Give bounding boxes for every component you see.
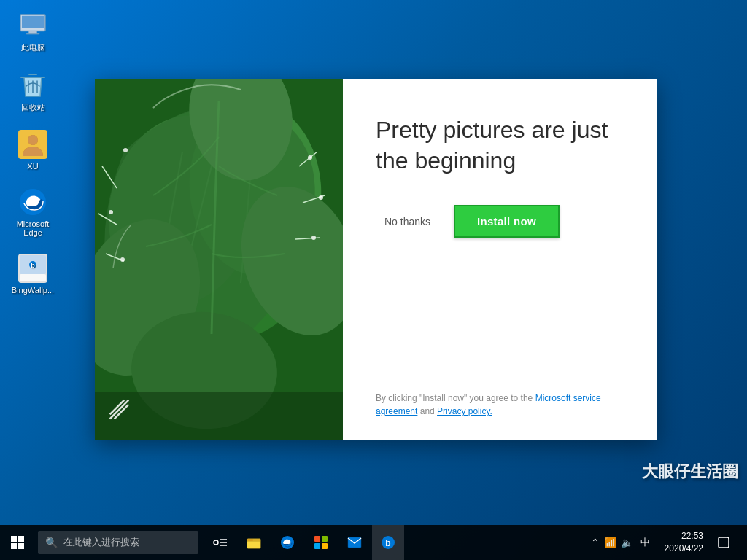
clock-time: 22:53	[681, 530, 703, 542]
store-icon	[314, 535, 328, 550]
desktop-icons: 此电脑 回收站	[7, 7, 58, 298]
svg-rect-2	[28, 31, 36, 33]
dialog-footer: By clicking "Install now" you agree to t…	[376, 392, 624, 418]
tray-overflow-icon[interactable]: ⌃	[591, 537, 600, 548]
cactus-svg	[95, 79, 343, 440]
mail-button[interactable]	[338, 525, 371, 560]
mail-icon	[347, 537, 362, 548]
user-icon	[18, 130, 47, 159]
store-button[interactable]	[305, 525, 337, 560]
svg-point-6	[28, 135, 38, 145]
dialog-actions: No thanks Install now	[376, 205, 624, 238]
notification-icon	[718, 537, 729, 548]
desktop-icon-edge[interactable]: Microsoft Edge	[7, 184, 58, 240]
desktop-icon-user[interactable]: XU	[7, 127, 58, 174]
input-method-indicator[interactable]: 中	[638, 536, 653, 549]
svg-rect-1	[22, 16, 44, 28]
desktop: 此电脑 回收站	[0, 0, 747, 525]
taskbar: 🔍 在此键入进行搜索	[0, 525, 747, 560]
svg-rect-43	[322, 543, 328, 549]
svg-rect-42	[314, 543, 320, 549]
taskbar-quick-launch: b	[204, 525, 404, 560]
bing-wallpaper-icon: b	[18, 254, 47, 283]
bing-wallpaper-taskbar-icon: b	[381, 535, 395, 550]
taskbar-search[interactable]: 🔍 在此键入进行搜索	[38, 531, 198, 554]
notification-button[interactable]	[709, 525, 738, 560]
recycle-bin-label: 回收站	[21, 102, 45, 113]
bing-wallpaper-taskbar-button[interactable]: b	[372, 525, 404, 560]
watermark: 大眼仔生活圈	[642, 461, 738, 483]
search-icon: 🔍	[45, 537, 58, 548]
user-label: XU	[27, 162, 38, 171]
install-now-button[interactable]: Install now	[454, 205, 560, 238]
desktop-icon-this-pc[interactable]: 此电脑	[7, 7, 58, 56]
volume-icon[interactable]: 🔈	[621, 537, 633, 548]
svg-rect-40	[314, 536, 320, 542]
svg-point-21	[123, 148, 128, 152]
cactus-background: ␥	[95, 79, 343, 440]
edge-icon	[18, 187, 47, 217]
this-pc-icon	[18, 10, 47, 39]
svg-point-24	[308, 155, 312, 160]
svg-rect-31	[18, 543, 24, 549]
task-view-button[interactable]	[204, 525, 236, 560]
svg-rect-10	[20, 274, 46, 281]
svg-rect-28	[11, 536, 17, 542]
dialog-image-panel: ␥	[95, 79, 343, 440]
clock-date: 2020/4/22	[665, 542, 703, 555]
dialog-title: Pretty pictures are just the beginning	[376, 115, 624, 176]
bing-logo: ␥	[109, 398, 128, 425]
svg-rect-44	[348, 537, 361, 548]
svg-text:b: b	[31, 262, 35, 269]
edge-taskbar-icon	[280, 535, 295, 550]
svg-rect-41	[322, 536, 328, 542]
desktop-icon-recycle-bin[interactable]: 回收站	[7, 67, 58, 116]
edge-taskbar-button[interactable]	[271, 525, 303, 560]
system-tray: ⌃ 📶 🔈 中 22:53 2020/4/22	[591, 525, 747, 560]
svg-point-23	[120, 257, 125, 262]
svg-rect-3	[26, 33, 40, 34]
svg-rect-29	[18, 536, 24, 542]
this-pc-label: 此电脑	[21, 42, 45, 53]
network-icon[interactable]: 📶	[604, 537, 616, 548]
svg-text:b: b	[385, 538, 390, 548]
windows-logo-icon	[11, 536, 24, 549]
svg-point-32	[214, 540, 218, 545]
start-button[interactable]	[0, 525, 35, 560]
svg-rect-30	[11, 543, 17, 549]
file-explorer-button[interactable]	[238, 525, 270, 560]
svg-rect-37	[247, 541, 260, 548]
svg-rect-47	[719, 537, 729, 548]
install-dialog: ␥ Pretty pictures are just the beginning…	[95, 79, 657, 440]
search-placeholder: 在此键入进行搜索	[63, 536, 139, 549]
bing-wallpaper-label: BingWallp...	[12, 286, 54, 295]
svg-rect-27	[95, 392, 343, 440]
task-view-icon	[213, 537, 228, 548]
svg-point-25	[319, 195, 323, 200]
edge-label: Microsoft Edge	[10, 219, 55, 237]
clock-area[interactable]: 22:53 2020/4/22	[665, 530, 703, 555]
recycle-bin-icon	[18, 70, 47, 99]
file-explorer-icon	[247, 536, 261, 549]
svg-point-22	[109, 210, 113, 214]
svg-rect-38	[247, 539, 253, 541]
footer-link-privacy[interactable]: Privacy policy.	[437, 406, 492, 416]
dialog-content: Pretty pictures are just the beginning N…	[343, 79, 657, 440]
no-thanks-button[interactable]: No thanks	[376, 210, 439, 233]
desktop-icon-bing-wallpaper[interactable]: b BingWallp...	[7, 251, 58, 298]
svg-point-26	[311, 236, 316, 240]
tray-icons: ⌃ 📶 🔈 中	[591, 536, 653, 549]
